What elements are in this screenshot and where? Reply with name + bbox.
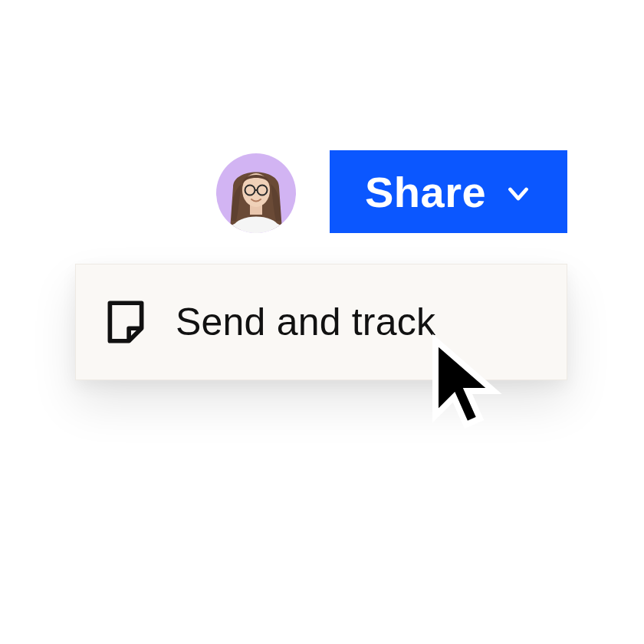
share-button-label: Share [365,167,486,217]
avatar[interactable] [216,153,296,233]
share-button[interactable]: Share [330,150,567,233]
menu-item-label: Send and track [176,300,435,344]
share-menu-item-send-and-track[interactable]: Send and track [75,264,567,380]
avatar-image [216,153,296,233]
chevron-down-icon [504,180,532,208]
note-fold-icon [76,297,176,347]
